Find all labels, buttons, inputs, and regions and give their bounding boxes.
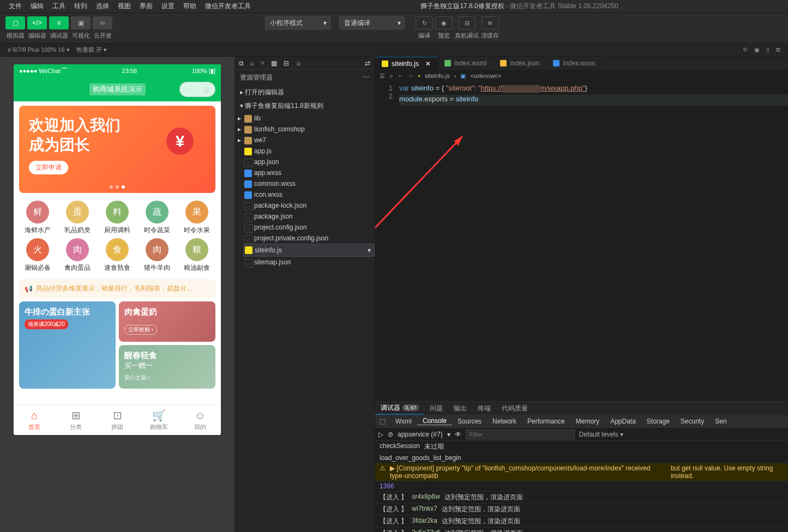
tree-node[interactable]: lionfish_comshop	[243, 124, 375, 135]
back-icon[interactable]: ←	[398, 72, 404, 79]
code-area[interactable]: 12 var siteinfo = { "siteroot": "https:/…	[375, 82, 788, 401]
devtools-tab[interactable]: Sources	[452, 418, 487, 425]
category-item[interactable]: 蔬时令蔬菜	[138, 201, 176, 235]
filter-input[interactable]	[466, 430, 575, 439]
promo-steak[interactable]: 牛排の蛋白新主张领券满200减20	[19, 301, 116, 389]
promo-spring[interactable]: 醒春轻食买一赠一安心之选 ›	[119, 345, 215, 389]
devtools-tab[interactable]: AppData	[605, 418, 641, 425]
visual-button[interactable]: ▣可视化	[71, 16, 91, 40]
menu-文件[interactable]: 文件	[4, 2, 26, 11]
devtools-tab[interactable]: Performance	[522, 418, 570, 425]
bc-icon[interactable]: ☰	[380, 72, 385, 80]
tree-node[interactable]: project.private.config.json	[243, 233, 375, 244]
bug-icon[interactable]: ☼	[296, 59, 302, 67]
more-icon[interactable]: ⋯	[363, 73, 369, 82]
refresh-icon[interactable]: ↻	[739, 46, 751, 53]
category-item[interactable]: 鲜海鲜水产	[19, 201, 57, 235]
debugger-button[interactable]: ≡调试器	[49, 16, 69, 40]
devtools-tab[interactable]: Storage	[641, 418, 675, 425]
device-icon[interactable]: ▯	[763, 46, 773, 53]
compile-button[interactable]: ↻编译	[416, 16, 433, 40]
apply-button[interactable]: 立即申请	[29, 161, 68, 174]
menu-设置[interactable]: 设置	[157, 2, 179, 11]
debugger-tab[interactable]: 代码质量	[496, 402, 533, 415]
category-item[interactable]: 料厨用调料	[99, 201, 136, 235]
tree-node[interactable]: app.js	[243, 146, 375, 156]
devtools-tab[interactable]: Memory	[570, 418, 605, 425]
category-item[interactable]: 肉猪牛羊肉	[138, 238, 176, 273]
levels-select[interactable]: Default levels ▾	[579, 431, 623, 438]
editor-tab[interactable]: index.wxss	[546, 57, 602, 70]
files-icon[interactable]: ⧉	[239, 59, 244, 67]
hotreload-toggle[interactable]: 热重载 开 ▾	[73, 46, 110, 54]
category-item[interactable]: 肉禽肉蛋品	[59, 238, 97, 273]
record-icon[interactable]: ◉	[751, 46, 763, 53]
tree-node[interactable]: lib	[243, 113, 375, 124]
remote-debug-button[interactable]: ⊟真机调试	[455, 16, 479, 40]
preview-button[interactable]: ◉预览	[435, 16, 453, 40]
panel-icon[interactable]: ⊟	[284, 59, 289, 67]
ext-icon[interactable]: ▦	[271, 59, 277, 67]
category-item[interactable]: 果时令水果	[178, 201, 215, 235]
promo-meat[interactable]: 肉禽蛋奶立即抢购 ›	[119, 301, 215, 342]
simulator-button[interactable]: ▢模拟器	[5, 16, 25, 40]
device-select[interactable]: e 6/7/8 Plus 100% 16 ▾	[4, 46, 73, 53]
tree-node[interactable]: we7	[243, 135, 375, 146]
debugger-tab[interactable]: 输出	[448, 402, 472, 415]
tree-node[interactable]: project.config.json	[243, 222, 375, 233]
tree-node[interactable]: siteinfo.js	[243, 244, 375, 257]
tree-node[interactable]: icon.wxss	[243, 189, 375, 200]
context-select[interactable]: appservice (#7)	[398, 431, 443, 438]
devtools-tab[interactable]: Sen	[709, 418, 732, 425]
bookmark-icon[interactable]: ⟐	[389, 72, 393, 79]
tab-item[interactable]: ⊞分类	[55, 405, 97, 435]
category-item[interactable]: 食速食熟食	[99, 238, 136, 273]
hero-banner[interactable]: 欢迎加入我们成为团长 立即申请 ¥	[19, 106, 215, 193]
menu-帮助[interactable]: 帮助	[179, 2, 201, 11]
console-output[interactable]: checkSession未过期load_over_goods_list_begi…	[375, 441, 788, 532]
mode-select[interactable]: 小程序模式	[265, 16, 330, 29]
tree-node[interactable]: app.json	[243, 156, 375, 167]
search-icon[interactable]: ⌕	[250, 59, 254, 67]
tree-node[interactable]: common.wxss	[243, 178, 375, 189]
editor-button[interactable]: </>编辑器	[27, 16, 47, 40]
clear-icon[interactable]: ⊘	[388, 431, 393, 438]
git-icon[interactable]: ⑂	[261, 59, 264, 67]
swap-icon[interactable]: ⇄	[365, 59, 370, 67]
tab-item[interactable]: ⌂首页	[14, 405, 55, 435]
devtools-tab[interactable]: Console	[417, 417, 452, 425]
menu-微信开发者工具[interactable]: 微信开发者工具	[201, 2, 255, 11]
debugger-tab[interactable]: 终端	[472, 402, 496, 415]
editor-tab[interactable]: index.json	[494, 57, 546, 70]
capsule-buttons[interactable]: ⋯◎	[179, 82, 215, 97]
project-section[interactable]: 狮子鱼修复前端11.8新规则	[234, 99, 375, 113]
tab-item[interactable]: ☺我的	[179, 405, 221, 435]
tree-node[interactable]: package.json	[243, 211, 375, 222]
tree-node[interactable]: app.wxss	[243, 167, 375, 178]
devtools-tab[interactable]: Wxml	[390, 418, 417, 425]
menu-编辑[interactable]: 编辑	[26, 2, 48, 11]
menu-视图[interactable]: 视图	[113, 2, 135, 11]
forward-icon[interactable]: →	[408, 72, 414, 79]
inspect-icon[interactable]: ⬚	[375, 418, 390, 425]
devtools-tab[interactable]: Network	[487, 418, 522, 425]
tree-node[interactable]: sitemap.json	[243, 257, 375, 268]
category-item[interactable]: 火涮锅必备	[19, 238, 57, 273]
play-icon[interactable]: ▷	[378, 431, 383, 438]
devtools-tab[interactable]: Security	[675, 418, 709, 425]
compile-select[interactable]: 普通编译	[339, 16, 405, 29]
menu-转到[interactable]: 转到	[70, 2, 92, 11]
editor-tab[interactable]: index.wxml	[438, 57, 494, 70]
tree-node[interactable]: package-lock.json	[243, 200, 375, 211]
tab-item[interactable]: ⊡拼团	[97, 405, 138, 435]
notice-bar[interactable]: 商品经营多维度展示，销量排行，毛利报表，损益分...	[19, 279, 215, 298]
category-item[interactable]: 粮粮油副食	[178, 238, 215, 273]
debugger-tab[interactable]: 问题	[424, 402, 448, 415]
eye-icon[interactable]: 👁	[455, 431, 461, 438]
popout-icon[interactable]: ⧉	[773, 46, 784, 53]
cloud-button[interactable]: ∞云开发	[93, 16, 112, 40]
open-editors-section[interactable]: 打开的编辑器	[234, 86, 375, 99]
debugger-tab[interactable]: 调试器3, 67	[375, 402, 424, 415]
menu-工具[interactable]: 工具	[48, 2, 70, 11]
category-item[interactable]: 蛋乳品奶类	[59, 201, 97, 235]
